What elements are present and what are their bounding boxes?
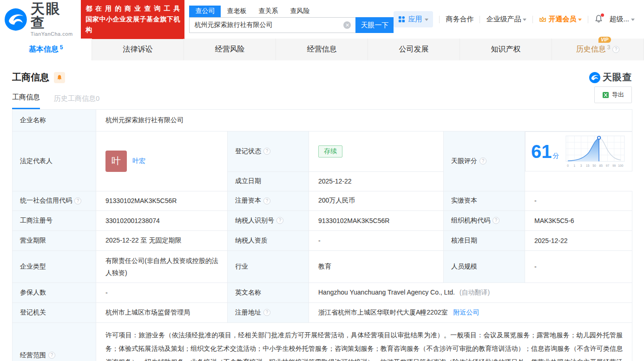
apps-menu[interactable]: 应用 [394, 11, 433, 27]
insured-count-value: - [96, 282, 228, 302]
approval-date-label: 核准日期 [444, 230, 525, 250]
svg-text:3: 3 [580, 164, 582, 168]
staff-size-value: - [525, 250, 632, 282]
tab-history-info[interactable]: VIP 历史信息 3 ? [552, 39, 644, 60]
reg-address-value: 浙江省杭州市上城区华联时代大厦A幢2202室 [318, 308, 447, 316]
taxpayer-id-value: 91330102MAK3K5C56R [309, 210, 444, 230]
top-header: 天眼查 TianYanCha.com 都在用的商业查询工具 国家中小企业发展子基… [0, 0, 644, 39]
paid-capital-label: 实缴资本 [444, 191, 525, 210]
apps-label: 应用 [408, 15, 422, 24]
tab-basic-count: 5 [60, 44, 63, 51]
nearby-companies-link[interactable]: 附近公司 [453, 308, 479, 316]
legal-rep-name-link[interactable]: 叶宏 [132, 157, 145, 165]
nav-enterprise-products[interactable]: 企业级产品 [486, 15, 526, 24]
business-info-table: 企业名称 杭州元探索旅行社有限公司 法定代表人 叶 叶宏 登记状态 ? 存续 天… [12, 109, 632, 361]
company-type-value: 有限责任公司(非自然人投资或控股的法人独资) [96, 250, 228, 282]
table-row: 营业期限 2025-12-22 至 无固定期限 纳税人资质 - 核准日期 202… [13, 230, 632, 250]
section-header: 工商信息 天眼查 [0, 60, 644, 84]
search-input[interactable] [189, 17, 355, 33]
notification-dot [601, 13, 604, 17]
subtab-business-info[interactable]: 工商信息 [12, 93, 40, 109]
tab-intellectual-property[interactable]: 知识产权 [460, 39, 552, 60]
tab-operation-risk[interactable]: 经营风险 [184, 39, 276, 60]
help-icon[interactable]: ? [276, 217, 283, 224]
subtab-history-business-info[interactable]: 历史工商信息0 [54, 94, 99, 109]
taxpayer-id-label: 纳税人识别号 [235, 217, 274, 225]
nav-divider [480, 16, 480, 23]
tab-company-development[interactable]: 公司发展 [368, 39, 460, 60]
help-icon[interactable]: ? [263, 309, 270, 316]
english-name-value: Hangzhou Yuanchuang Travel Agency Co., L… [318, 289, 455, 296]
promo-banner-line1: 都在用的商业查询工具 [85, 3, 180, 14]
approval-date-value: 2025-12-22 [525, 230, 632, 250]
tab-legal-litigation[interactable]: 法律诉讼 [92, 39, 184, 60]
nav-divider [439, 16, 440, 23]
est-date-label: 成立日期 [228, 171, 309, 191]
reg-authority-value: 杭州市上城区市场监督管理局 [96, 302, 228, 322]
table-row: 经营范围? 许可项目：旅游业务（依法须经批准的项目，经相关部门批准后方可开展经营… [13, 322, 632, 361]
chevron-down-icon [631, 19, 635, 21]
company-section-tabs: 基本信息 5 法律诉讼 经营风险 经营信息 公司发展 知识产权 VIP 历史信息… [0, 39, 644, 60]
search-tab-risk[interactable]: 查风险 [284, 6, 315, 17]
insured-count-label: 参保人数 [13, 282, 96, 302]
tab-operation-info[interactable]: 经营信息 [276, 39, 368, 60]
score-label: 天眼评分 [451, 157, 477, 165]
nav-super-vip[interactable]: 超级... [609, 15, 635, 24]
search-tab-company[interactable]: 查公司 [189, 6, 221, 17]
nav-biz-cooperation[interactable]: 商务合作 [446, 15, 473, 24]
nav-divider [532, 16, 533, 23]
reg-number-label: 工商注册号 [13, 210, 96, 230]
svg-text:85: 85 [599, 164, 603, 168]
reg-capital-label: 注册资本 [235, 197, 261, 205]
svg-text:97: 97 [605, 164, 609, 168]
table-row: 工商注册号 330102001238074 纳税人识别号? 91330102MA… [13, 210, 632, 230]
business-term-label: 营业期限 [13, 230, 96, 250]
svg-text:99: 99 [612, 164, 616, 168]
help-icon[interactable]: ? [74, 197, 81, 204]
search-tab-relation[interactable]: 查关系 [252, 6, 284, 17]
help-icon[interactable]: ? [263, 148, 270, 155]
reg-number-value: 330102001238074 [96, 210, 228, 230]
help-icon[interactable]: ? [480, 158, 486, 164]
help-icon[interactable]: ? [263, 197, 270, 204]
subscribe-bell-button[interactable] [54, 72, 65, 83]
table-row: 法定代表人 叶 叶宏 登记状态 ? 存续 天眼评分 ? 61分 [13, 131, 632, 172]
export-button[interactable]: 导出 [594, 86, 632, 103]
brand-domain: TianYanCha.com [31, 31, 77, 37]
help-icon[interactable]: ? [612, 46, 619, 53]
staff-size-label: 人员规模 [444, 250, 525, 282]
table-row: 企业名称 杭州元探索旅行社有限公司 [13, 110, 632, 131]
legal-rep-avatar[interactable]: 叶 [105, 151, 127, 172]
search-tab-boss[interactable]: 查老板 [221, 6, 252, 17]
org-code-value: MAK3K5C5-6 [525, 210, 632, 230]
svg-text:0: 0 [567, 164, 569, 168]
tianyancha-swirl-icon [589, 72, 600, 83]
company-type-label: 企业类型 [13, 250, 96, 282]
help-icon[interactable]: ? [493, 217, 499, 224]
score-unit: 分 [553, 152, 559, 159]
paid-capital-value: - [525, 191, 632, 210]
reg-capital-value: 200万人民币 [309, 191, 444, 210]
help-icon[interactable]: ? [48, 352, 55, 359]
legal-rep-label: 法定代表人 [13, 131, 96, 191]
tab-history-count: 3 [607, 44, 611, 51]
score-block[interactable]: 61分 [525, 131, 632, 171]
nav-divider [588, 16, 588, 23]
brand-name: 天眼查 [31, 2, 77, 30]
score-distribution-chart: 0 1 3 15 50 85 97 99 100 [564, 134, 626, 169]
chevron-down-icon [425, 19, 428, 21]
nav-open-vip[interactable]: 开通会员 [539, 15, 582, 24]
watermark-text: 天眼查 [603, 71, 632, 84]
est-date-value: 2025-12-22 [309, 171, 444, 191]
table-row: 企业类型 有限责任公司(非自然人投资或控股的法人独资) 行业 教育 人员规模 - [13, 250, 632, 282]
tianyancha-swirl-icon [5, 8, 27, 31]
search-button[interactable]: 天眼一下 [355, 17, 394, 33]
tab-basic-info[interactable]: 基本信息 5 [0, 39, 92, 60]
promo-banner-line2: 国家中小企业发展子基金旗下机构 [85, 14, 180, 35]
section-title: 工商信息 [12, 71, 49, 84]
tianyancha-logo[interactable]: 天眼查 TianYanCha.com [5, 2, 76, 37]
table-row: 参保人数 - 英文名称 Hangzhou Yuanchuang Travel A… [13, 282, 632, 302]
company-name-value: 杭州元探索旅行社有限公司 [96, 110, 632, 131]
industry-value: 教育 [309, 250, 444, 282]
notification-bell[interactable] [594, 14, 603, 25]
